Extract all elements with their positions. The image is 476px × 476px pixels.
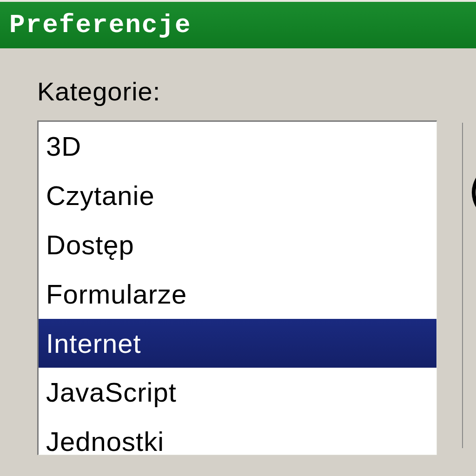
partial-icon xyxy=(462,165,476,220)
list-item-label: JavaScript xyxy=(46,377,177,407)
preferences-window: Preferencje Kategorie: 3D Czytanie Dostę… xyxy=(0,0,476,476)
list-item-label: Czytanie xyxy=(46,180,155,211)
list-item-czytanie[interactable]: Czytanie xyxy=(39,171,436,220)
list-item-internet[interactable]: Internet xyxy=(39,319,436,368)
content-area: Kategorie: 3D Czytanie Dostęp Formularze… xyxy=(0,48,476,455)
list-item-jednostki[interactable]: Jednostki xyxy=(39,417,436,455)
titlebar: Preferencje xyxy=(0,2,476,48)
window-title: Preferencje xyxy=(9,10,192,40)
list-item-label: Jednostki xyxy=(46,426,164,455)
list-item-3d[interactable]: 3D xyxy=(39,122,436,171)
list-item-label: 3D xyxy=(46,131,81,161)
categories-listbox[interactable]: 3D Czytanie Dostęp Formularze Internet J… xyxy=(37,120,437,455)
categories-label: Kategorie: xyxy=(37,76,476,106)
list-item-label: Internet xyxy=(46,328,141,358)
list-item-javascript[interactable]: JavaScript xyxy=(39,368,436,417)
list-item-dostep[interactable]: Dostęp xyxy=(39,220,436,270)
list-item-label: Formularze xyxy=(46,279,187,309)
list-item-label: Dostęp xyxy=(46,230,134,260)
list-item-formularze[interactable]: Formularze xyxy=(39,270,436,319)
